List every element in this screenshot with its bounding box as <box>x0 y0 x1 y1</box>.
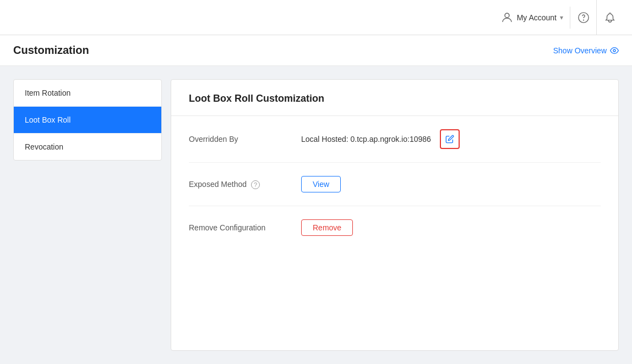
remove-configuration-label: Remove Configuration <box>189 223 288 232</box>
bell-icon <box>604 12 616 24</box>
view-button[interactable]: View <box>301 176 341 192</box>
sidebar-item-item-rotation[interactable]: Item Rotation <box>14 80 161 107</box>
overridden-by-value: Local Hosted: 0.tcp.ap.ngrok.io:10986 <box>301 135 431 144</box>
show-overview-link[interactable]: Show Overview <box>553 46 619 55</box>
exposed-method-label: Exposed Method ? <box>189 180 288 189</box>
notifications-button[interactable] <box>597 0 623 35</box>
sidebar-item-label: Revocation <box>25 142 63 151</box>
main-area: Item Rotation Loot Box Roll Revocation L… <box>0 66 632 364</box>
remove-button[interactable]: Remove <box>301 219 353 236</box>
remove-configuration-row: Remove Configuration Remove <box>189 206 601 249</box>
svg-point-3 <box>613 49 615 52</box>
question-circle-icon <box>577 12 590 24</box>
content-panel: Loot Box Roll Customization Overridden B… <box>171 79 619 351</box>
account-label: My Account <box>517 13 557 22</box>
sidebar-item-revocation[interactable]: Revocation <box>14 134 161 160</box>
page-title: Customization <box>13 44 89 57</box>
panel-title: Loot Box Roll Customization <box>171 80 618 116</box>
overridden-by-label: Overridden By <box>189 135 288 144</box>
sidebar-item-loot-box-roll[interactable]: Loot Box Roll <box>14 107 161 134</box>
page-header: Customization Show Overview <box>0 35 632 66</box>
edit-overridden-by-button[interactable] <box>440 129 460 149</box>
overridden-by-row: Overridden By Local Hosted: 0.tcp.ap.ngr… <box>189 116 601 163</box>
sidebar: Item Rotation Loot Box Roll Revocation <box>13 79 162 161</box>
top-nav: My Account ▾ <box>0 0 632 35</box>
account-menu[interactable]: My Account ▾ <box>494 7 570 29</box>
exposed-method-info-icon[interactable]: ? <box>251 180 260 189</box>
svg-point-0 <box>505 13 509 18</box>
exposed-method-row: Exposed Method ? View <box>189 163 601 206</box>
user-icon <box>500 11 514 24</box>
svg-point-2 <box>583 20 584 20</box>
show-overview-label: Show Overview <box>553 46 607 55</box>
edit-pencil-icon <box>445 135 454 144</box>
exposed-method-label-text: Exposed Method <box>189 180 247 189</box>
sidebar-item-label: Loot Box Roll <box>25 115 70 124</box>
overridden-by-value-group: Local Hosted: 0.tcp.ap.ngrok.io:10986 <box>301 129 460 149</box>
eye-icon <box>610 46 619 55</box>
chevron-down-icon: ▾ <box>560 14 563 21</box>
form-section: Overridden By Local Hosted: 0.tcp.ap.ngr… <box>171 116 618 249</box>
sidebar-item-label: Item Rotation <box>25 89 70 97</box>
help-button[interactable] <box>570 0 597 35</box>
